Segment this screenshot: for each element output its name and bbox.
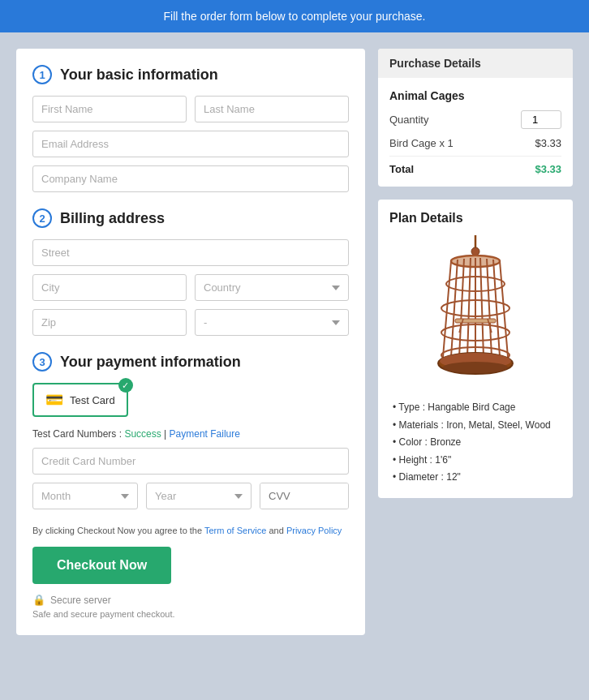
city-country-row: Country <box>32 274 349 301</box>
item-row: Bird Cage x 1 $3.33 <box>389 137 561 157</box>
quantity-input[interactable] <box>521 110 561 129</box>
spec-type: Type : Hangable Bird Cage <box>389 399 561 417</box>
first-name-input[interactable] <box>32 96 187 122</box>
cage-image <box>389 235 561 389</box>
terms-text: By clicking Checkout Now you agree to th… <box>32 526 349 535</box>
quantity-label: Quantity <box>389 114 428 126</box>
section2-label: Billing address <box>60 210 165 227</box>
section1-title: 1 Your basic information <box>32 65 349 84</box>
company-row <box>32 165 349 192</box>
total-row: Total $3.33 <box>389 163 561 175</box>
lock-icon: 🔒 <box>32 594 45 606</box>
quantity-row: Quantity <box>389 110 561 129</box>
section3-number: 3 <box>32 352 52 371</box>
svg-line-12 <box>500 261 508 357</box>
section2-number: 2 <box>32 208 52 228</box>
cvv-input[interactable] <box>260 483 349 509</box>
safe-text: Safe and secure payment checkout. <box>32 609 349 619</box>
checkout-button[interactable]: Checkout Now <box>32 547 171 584</box>
cc-number-input[interactable] <box>32 448 349 475</box>
expiry-cvv-row: Month 010203 040506 070809 101112 Year 2… <box>32 483 349 509</box>
page-wrapper: Fill the order form below to complete yo… <box>0 0 589 651</box>
section1-number: 1 <box>32 65 52 84</box>
section1-label: Your basic information <box>60 67 218 84</box>
company-input[interactable] <box>32 165 349 192</box>
city-input[interactable] <box>32 274 187 301</box>
section3-label: Your payment information <box>60 354 241 371</box>
card-label: Test Card <box>70 394 115 406</box>
card-icon: 💳 <box>45 391 63 409</box>
secure-server-text: Secure server <box>50 595 111 606</box>
spec-height: Height : 1'6" <box>389 452 561 470</box>
success-link[interactable]: Success <box>124 428 161 440</box>
svg-line-9 <box>480 258 484 357</box>
billing-section: 2 Billing address Country - <box>32 208 349 336</box>
right-panel: Purchase Details Animal Cages Quantity B… <box>378 49 573 635</box>
svg-line-7 <box>467 258 471 357</box>
zip-input[interactable] <box>32 309 187 336</box>
payment-section: 3 Your payment information 💳 Test Card ✓… <box>32 352 349 509</box>
product-title: Animal Cages <box>389 89 561 102</box>
total-label: Total <box>389 163 414 175</box>
tos-link[interactable]: Term of Service <box>204 526 266 535</box>
svg-point-1 <box>471 247 479 256</box>
plan-details-box: Plan Details <box>378 200 573 498</box>
email-input[interactable] <box>32 131 349 157</box>
svg-line-4 <box>443 261 451 357</box>
svg-point-22 <box>443 362 508 373</box>
privacy-link[interactable]: Privacy Policy <box>286 526 342 535</box>
spec-materials: Materials : Iron, Metal, Steel, Wood <box>389 417 561 435</box>
purchase-details-header: Purchase Details <box>378 49 573 78</box>
last-name-input[interactable] <box>195 96 349 122</box>
test-card-option[interactable]: 💳 Test Card ✓ <box>32 383 128 417</box>
test-card-note: Test Card Numbers : Success | Payment Fa… <box>32 428 349 440</box>
svg-line-10 <box>487 259 492 357</box>
secure-info: 🔒 Secure server <box>32 594 349 606</box>
street-row <box>32 239 349 266</box>
basic-info-section: 1 Your basic information <box>32 65 349 192</box>
spec-color: Color : Bronze <box>389 434 561 452</box>
failure-link[interactable]: Payment Failure <box>170 428 240 440</box>
purchase-details-body: Animal Cages Quantity Bird Cage x 1 $3.3… <box>378 78 573 187</box>
month-select[interactable]: Month 010203 040506 070809 101112 <box>32 483 138 509</box>
svg-line-5 <box>451 260 458 357</box>
content-area: 1 Your basic information 2 Billi <box>0 32 589 651</box>
street-input[interactable] <box>32 239 349 266</box>
svg-line-11 <box>493 260 500 357</box>
plan-title: Plan Details <box>389 211 561 225</box>
name-row <box>32 96 349 122</box>
banner-text: Fill the order form below to complete yo… <box>164 10 426 23</box>
state-select[interactable]: - <box>195 309 349 336</box>
top-banner: Fill the order form below to complete yo… <box>0 0 589 32</box>
total-value: $3.33 <box>535 163 561 175</box>
section3-title: 3 Your payment information <box>32 352 349 371</box>
item-price: $3.33 <box>535 137 561 149</box>
country-select[interactable]: Country <box>195 274 349 301</box>
purchase-details-box: Purchase Details Animal Cages Quantity B… <box>378 49 573 187</box>
svg-rect-17 <box>455 319 496 323</box>
cc-number-row <box>32 448 349 475</box>
plan-specs: Type : Hangable Bird Cage Materials : Ir… <box>389 399 561 487</box>
year-select[interactable]: Year 202420252026 202720282029 <box>146 483 252 509</box>
item-label: Bird Cage x 1 <box>389 137 454 149</box>
left-panel: 1 Your basic information 2 Billi <box>16 49 365 635</box>
section2-title: 2 Billing address <box>32 208 349 228</box>
email-row <box>32 131 349 157</box>
check-badge: ✓ <box>118 378 133 393</box>
cvv-wrapper: 💳 <box>260 483 349 509</box>
svg-line-6 <box>459 259 464 357</box>
spec-diameter: Diameter : 12" <box>389 469 561 487</box>
zip-state-row: - <box>32 309 349 336</box>
